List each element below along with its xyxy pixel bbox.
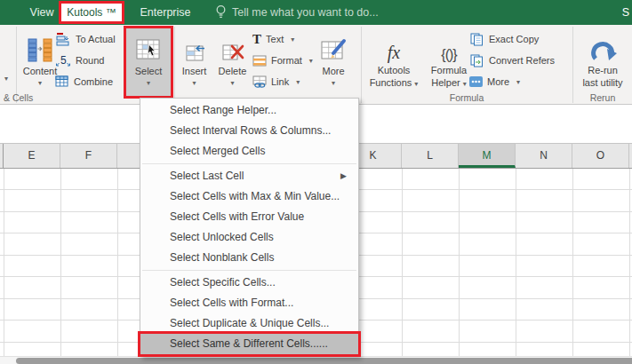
- fx-icon: fx: [388, 31, 400, 63]
- group-label-cells: & Cells: [4, 92, 33, 103]
- formula-small-button-stack: Exact Copy Convert Refers: [469, 28, 555, 92]
- text-menu-button[interactable]: T Text ▾: [252, 28, 313, 50]
- link-label: Link: [271, 76, 289, 87]
- menu-item-select-last-cell[interactable]: Select Last Cell ▶: [140, 166, 358, 186]
- link-icon: [252, 75, 267, 88]
- combine-icon: [55, 75, 69, 88]
- formula-helper-label-line2: Helper: [431, 77, 460, 88]
- select-button[interactable]: Select ▾: [126, 28, 171, 96]
- menu-item-select-merged-cells[interactable]: Select Merged Cells: [140, 141, 358, 162]
- select-dropdown-menu: Select Range Helper... Select Interval R…: [140, 98, 359, 357]
- lightbulb-icon: [215, 4, 227, 20]
- menu-item-select-unlocked-cells[interactable]: Select Unlocked Cells: [140, 227, 358, 248]
- tab-view[interactable]: View: [21, 0, 62, 25]
- insert-label: Insert: [182, 66, 207, 77]
- chevron-down-icon: ▾: [296, 78, 300, 86]
- chevron-down-icon: ▾: [414, 80, 418, 88]
- column-header-O[interactable]: O: [572, 144, 629, 168]
- insert-button[interactable]: Insert ▾: [175, 28, 213, 96]
- text-label: Text: [266, 34, 284, 44]
- delete-icon: [220, 31, 244, 63]
- ribbon-tab-bar: View Kutools ™ Enterprise Tell me what y…: [0, 0, 632, 25]
- column-header-L[interactable]: L: [402, 144, 459, 168]
- more-formula-label: More: [487, 76, 509, 87]
- chevron-down-icon: ▾: [192, 79, 196, 87]
- cutoff-button-caret-icon[interactable]: ▾: [0, 75, 12, 83]
- link-menu-button[interactable]: Link ▾: [252, 71, 313, 92]
- content-icon: [27, 31, 53, 63]
- delete-label: Delete: [219, 66, 247, 77]
- more-dots-icon: [469, 76, 483, 87]
- kutools-functions-button[interactable]: fx Kutools Functions▾: [364, 28, 424, 96]
- column-header-N[interactable]: N: [516, 144, 572, 168]
- chevron-down-icon: ▾: [516, 78, 520, 86]
- text-icon: T: [252, 33, 261, 45]
- chevron-down-icon: ▾: [463, 80, 467, 88]
- format-label: Format: [271, 55, 302, 66]
- redo-arrow-icon: [588, 31, 617, 63]
- menu-item-select-cells-max-min[interactable]: Select Cells with Max & Min Value...: [140, 186, 358, 207]
- submenu-arrow-icon: ▶: [340, 166, 347, 186]
- convert-refers-button[interactable]: Convert Refers: [469, 50, 555, 71]
- format-icon: [252, 55, 267, 67]
- rerun-label-line1: Re-run: [588, 65, 618, 75]
- menu-item-select-nonblank-cells[interactable]: Select Nonblank Cells: [140, 248, 358, 268]
- menu-item-select-interval-rows-columns[interactable]: Select Interval Rows & Columns...: [140, 121, 358, 141]
- tab-enterprise[interactable]: Enterprise: [132, 0, 199, 25]
- menu-item-select-cells-with-format[interactable]: Select Cells with Format...: [140, 293, 358, 313]
- round-icon: 5: [55, 53, 71, 67]
- menu-item-select-cells-error-value[interactable]: Select Cells with Error Value: [140, 207, 358, 227]
- convert-refers-label: Convert Refers: [489, 55, 555, 66]
- chevron-down-icon: ▾: [332, 79, 335, 87]
- formula-helper-label-line1: Formula: [431, 65, 467, 75]
- group-label-rerun: Rerun: [573, 92, 632, 103]
- format-menu-button[interactable]: Format ▾: [252, 50, 313, 71]
- tell-me-text: Tell me what you want to do...: [232, 6, 379, 19]
- menu-item-select-same-different-cells[interactable]: Select Same & Different Cells......: [140, 334, 358, 354]
- select-label: Select: [135, 66, 163, 77]
- menu-separator: [142, 270, 356, 271]
- horizontal-scrollbar-thumb[interactable]: [16, 358, 632, 364]
- menu-item-select-specific-cells[interactable]: Select Specific Cells...: [140, 273, 358, 293]
- cells-small-button-stack: To Actual 5 Round: [55, 28, 116, 92]
- round-button[interactable]: 5 Round: [55, 50, 116, 71]
- chevron-down-icon: ▾: [230, 79, 234, 87]
- convert-refers-icon: [469, 54, 484, 67]
- tab-kutools-active[interactable]: Kutools ™: [61, 4, 122, 21]
- rerun-label-line2: last utility: [582, 77, 622, 88]
- excel-window: View Kutools ™ Enterprise Tell me what y…: [0, 0, 632, 364]
- sign-in-text[interactable]: S: [622, 0, 629, 25]
- horizontal-scrollbar: [0, 356, 632, 364]
- to-actual-button[interactable]: To Actual: [55, 28, 116, 50]
- formula-helper-button[interactable]: {()} Formula Helper▾: [424, 28, 474, 96]
- kutools-functions-label-line2: Functions: [370, 77, 412, 88]
- select-icon: [135, 31, 162, 63]
- braces-icon: {()}: [441, 31, 456, 63]
- combine-button[interactable]: Combine: [55, 71, 116, 92]
- chevron-down-icon: ▾: [38, 79, 42, 87]
- delete-button[interactable]: Delete ▾: [213, 28, 252, 96]
- menu-separator: [142, 163, 356, 164]
- combine-label: Combine: [74, 76, 113, 87]
- round-label: Round: [76, 55, 104, 66]
- tell-me-box[interactable]: Tell me what you want to do...: [215, 0, 379, 25]
- menu-item-select-duplicate-unique-cells[interactable]: Select Duplicate & Unique Cells...: [140, 313, 358, 334]
- exact-copy-button[interactable]: Exact Copy: [469, 28, 555, 50]
- rerun-last-utility-button[interactable]: Re-run last utility: [574, 28, 631, 96]
- column-header-M-selected[interactable]: M: [459, 144, 516, 168]
- to-actual-label: To Actual: [76, 34, 116, 44]
- column-header-E[interactable]: E: [4, 144, 60, 168]
- to-actual-icon: [55, 32, 71, 46]
- menu-item-select-range-helper[interactable]: Select Range Helper...: [140, 100, 358, 121]
- exact-copy-label: Exact Copy: [489, 34, 539, 44]
- more-formula-button[interactable]: More ▾: [469, 71, 555, 92]
- edit-small-button-stack: T Text ▾ Format ▾: [252, 28, 313, 92]
- content-label: Content: [23, 66, 58, 77]
- exact-copy-icon: [469, 33, 484, 46]
- table-pencil-icon: [320, 31, 347, 63]
- column-header-F[interactable]: F: [60, 144, 117, 168]
- svg-text:5: 5: [60, 54, 67, 67]
- chevron-down-icon: ▾: [147, 79, 150, 87]
- more-edit-button[interactable]: More ▾: [313, 28, 354, 96]
- more-edit-label: More: [322, 66, 344, 77]
